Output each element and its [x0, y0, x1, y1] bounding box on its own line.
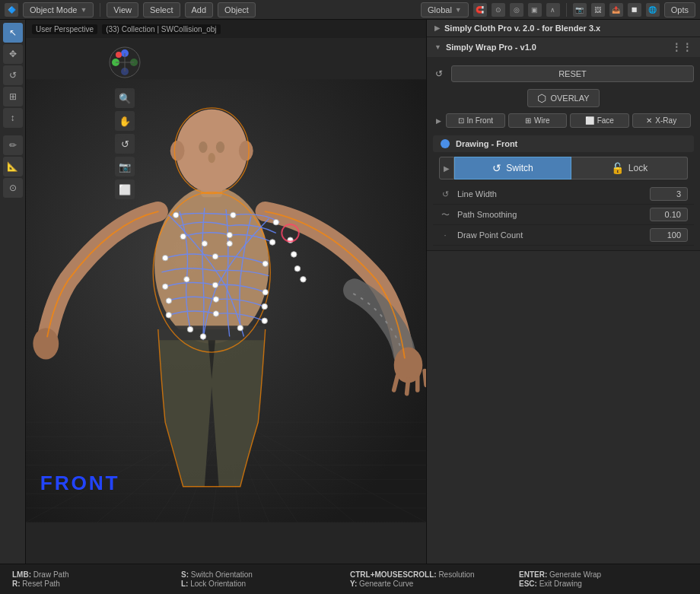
status-bar: LMB: Draw Path R: Reset Path S: Switch O… [0, 564, 700, 594]
drawing-title: Drawing - Front [456, 139, 517, 148]
measure-tool[interactable]: 📐 [3, 157, 23, 176]
line-width-label: Line Width [457, 189, 644, 199]
draw-tool[interactable]: ✏ [3, 135, 23, 155]
svg-point-36 [231, 212, 237, 218]
options-dropdown[interactable]: Opts [664, 2, 695, 17]
svg-point-37 [273, 219, 279, 225]
svg-point-49 [262, 303, 268, 310]
camera-icon[interactable]: 📷 [115, 157, 135, 176]
render-icon[interactable]: 🖼 [591, 3, 605, 17]
view-menu[interactable]: View [107, 2, 138, 17]
svg-point-52 [262, 318, 268, 324]
wrap-panel-body: ↺ RESET ⬡ OVERLAY ▶ ⊡ In Front [427, 57, 700, 250]
svg-point-43 [262, 261, 269, 267]
svg-point-72 [116, 52, 122, 58]
right-panel: ▶ Simply Cloth Pro v. 2.0 - for Blender … [426, 20, 700, 564]
scale-tool[interactable]: ⊞ [3, 87, 23, 106]
cloth-section: ▶ Simply Cloth Pro v. 2.0 - for Blender … [427, 20, 700, 37]
viewport-nav: 🔍 ✋ ↺ 📷 ⬜ [105, 43, 145, 199]
wrap-header[interactable]: ▼ Simply Wrap Pro - v1.0 ⋮⋮ [427, 37, 700, 57]
zoom-icon[interactable]: 🔍 [115, 88, 135, 108]
svg-point-62 [301, 277, 307, 283]
status-group-3: CTRL+MOUSESCROLL: Resolution Y: Genearte… [350, 570, 519, 588]
wire-button[interactable]: ⊞ Wire [508, 113, 568, 128]
path-smoothing-row: 〜 Path Smoothing 0.10 [433, 205, 694, 225]
x-ray-icon: ✕ [646, 116, 652, 125]
drawing-header: Drawing - Front [433, 135, 694, 152]
sep2 [566, 3, 567, 17]
view-layer-icon[interactable]: 🔲 [628, 3, 641, 17]
svg-point-26 [33, 328, 59, 359]
svg-text:FRONT: FRONT [40, 472, 120, 494]
annotate-tool[interactable]: ⊙ [3, 178, 23, 198]
snap-icon[interactable]: ⊙ [492, 3, 505, 17]
shading-icon[interactable]: ▣ [528, 3, 542, 17]
lock-label: Lock [628, 163, 648, 173]
status-enter: ENTER: Generate Wrap [519, 570, 688, 579]
viewport[interactable]: User Perspective (33) Collection | SWCol… [26, 20, 426, 564]
viewport-selector[interactable]: Global ▼ [421, 2, 469, 17]
lock-button[interactable]: 🔓 Lock [571, 157, 688, 179]
status-esc: ESC: Exit Drawing [519, 580, 688, 588]
overlay-button[interactable]: ⬡ OVERLAY [527, 89, 599, 107]
world-icon[interactable]: 🌐 [646, 3, 660, 17]
rotate-tool[interactable]: ↺ [3, 65, 23, 85]
left-toolbar: ↖ ✥ ↺ ⊞ ↕ ✏ 📐 ⊙ [0, 20, 26, 564]
line-width-row: ↺ Line Width 3 [433, 184, 694, 205]
face-button[interactable]: ⬜ Face [570, 113, 629, 128]
in-front-icon: ⊡ [458, 116, 464, 125]
object-menu[interactable]: Object [218, 2, 256, 17]
blender-logo-icon: 🔷 [5, 3, 18, 17]
svg-point-25 [239, 141, 253, 160]
move-tool[interactable]: ✥ [3, 44, 23, 64]
svg-point-54 [187, 326, 193, 332]
output-icon[interactable]: 📤 [609, 3, 623, 17]
mode-dropdown[interactable]: Object Mode ▼ [23, 2, 94, 17]
draw-point-row: · Draw Point Count 100 [433, 225, 694, 246]
svg-point-53 [184, 277, 190, 283]
x-ray-button[interactable]: ✕ X-Ray [632, 113, 692, 128]
switch-button[interactable]: ↺ Switch [454, 157, 571, 179]
wrap-title: Simply Wrap Pro - v1.0 [446, 43, 667, 52]
pan-icon[interactable]: ✋ [115, 111, 135, 131]
cursor-tool[interactable]: ↖ [3, 23, 23, 43]
select-menu[interactable]: Select [143, 2, 180, 17]
proportional-icon[interactable]: ◎ [510, 3, 523, 17]
draw-point-label: Draw Point Count [457, 230, 644, 240]
wrap-options-icon[interactable]: ⋮⋮ [671, 41, 692, 53]
view-buttons-row: ▶ ⊡ In Front ⊞ Wire ⬜ Face ✕ [433, 110, 694, 131]
wrap-section: ▼ Simply Wrap Pro - v1.0 ⋮⋮ ↺ RESET ⬡ OV… [427, 37, 700, 251]
cloth-header[interactable]: ▶ Simply Cloth Pro v. 2.0 - for Blender … [427, 20, 700, 37]
svg-point-60 [291, 252, 297, 258]
wrap-arrow-icon: ▼ [434, 43, 441, 51]
svg-point-40 [269, 240, 275, 246]
svg-point-51 [213, 311, 219, 317]
draw-point-value[interactable]: 100 [650, 228, 688, 242]
path-smoothing-value[interactable]: 0.10 [650, 208, 688, 221]
cloth-title: Simply Cloth Pro v. 2.0 - for Blender 3.… [444, 24, 692, 33]
overlay-icon: ⬡ [537, 92, 546, 104]
separator [100, 3, 100, 17]
expand-icon: ▶ [436, 117, 441, 125]
reset-button[interactable]: RESET [451, 65, 694, 82]
svg-point-41 [162, 255, 168, 261]
transform-tool[interactable]: ↕ [3, 108, 23, 128]
status-y: Y: Genearte Curve [350, 580, 519, 588]
scene-icon[interactable]: 📷 [573, 3, 587, 17]
svg-point-61 [294, 265, 301, 272]
switch-expand-icon[interactable]: ▶ [439, 157, 454, 179]
line-width-icon: ↺ [439, 188, 451, 200]
add-menu[interactable]: Add [185, 2, 214, 17]
svg-point-46 [262, 289, 269, 295]
svg-point-35 [173, 212, 179, 218]
num-icon[interactable]: ∧ [546, 3, 560, 17]
draw-point-icon: · [439, 229, 451, 241]
in-front-button[interactable]: ⊡ In Front [446, 113, 505, 128]
perspective-icon[interactable]: ⬜ [115, 179, 135, 199]
line-width-value[interactable]: 3 [650, 187, 688, 201]
status-s: S: Switch Orientation [181, 570, 350, 579]
path-smoothing-icon: 〜 [439, 208, 451, 221]
magnet-icon[interactable]: 🧲 [473, 3, 487, 17]
orbit-icon[interactable]: ↺ [115, 134, 135, 154]
svg-point-21 [199, 141, 207, 153]
